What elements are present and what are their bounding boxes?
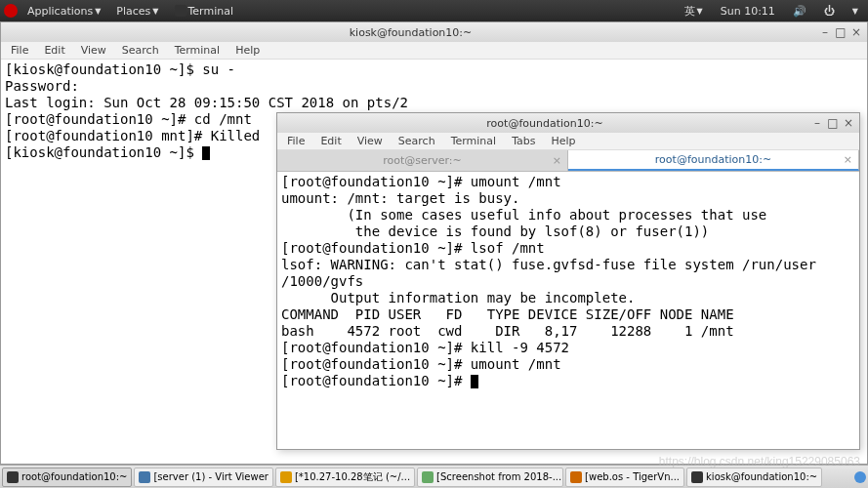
- virtviewer-icon: [139, 471, 150, 483]
- fg-terminal-body[interactable]: [root@foundation10 ~]# umount /mnt umoun…: [277, 172, 859, 449]
- fg-titlebar[interactable]: root@foundation10:~ – □ ×: [277, 113, 859, 133]
- terminal-label: Terminal: [188, 5, 234, 18]
- top-right-status: 英 ▼ Sun 10:11 🔊 ⏻ ▼: [679, 2, 864, 20]
- task-label: [web.os - TigerVn...: [585, 471, 680, 482]
- bg-menubar: File Edit View Search Terminal Help: [1, 42, 867, 60]
- chevron-down-icon: ▼: [95, 7, 101, 16]
- vnc-icon: [570, 471, 582, 483]
- task-label: kiosk@foundation10:~: [706, 471, 817, 482]
- applications-label: Applications: [27, 5, 93, 18]
- top-left-menus: Applications ▼ Places ▼ Terminal: [4, 3, 239, 20]
- menu-edit[interactable]: Edit: [38, 43, 70, 58]
- maximize-button[interactable]: □: [834, 25, 847, 39]
- tab-server[interactable]: root@server:~×: [277, 150, 568, 171]
- user-menu-caret[interactable]: ▼: [847, 5, 864, 18]
- menu-edit[interactable]: Edit: [314, 134, 347, 148]
- close-icon[interactable]: ×: [553, 154, 561, 167]
- task-label: [*10.27-10.28笔记 (~/...: [295, 470, 410, 484]
- tab-label: root@foundation10:~: [655, 153, 771, 166]
- chevron-down-icon: ▼: [852, 7, 858, 16]
- minimize-button[interactable]: –: [810, 116, 824, 130]
- bg-titlebar[interactable]: kiosk@foundation10:~ – □ ×: [1, 22, 867, 42]
- tab-label: root@server:~: [383, 154, 462, 167]
- task-label: root@foundation10:~: [21, 471, 127, 482]
- task-item-screenshot[interactable]: [Screenshot from 2018-...: [417, 468, 563, 487]
- terminal-icon: [691, 471, 703, 483]
- image-icon: [422, 471, 434, 483]
- menu-help[interactable]: Help: [546, 134, 582, 148]
- close-button[interactable]: ×: [849, 25, 863, 39]
- menu-view[interactable]: View: [75, 43, 112, 58]
- tab-foundation10[interactable]: root@foundation10:~×: [568, 150, 859, 171]
- menu-file[interactable]: File: [281, 134, 310, 148]
- terminal-icon: [7, 471, 19, 483]
- cursor-icon: [202, 146, 210, 160]
- gnome-top-panel: Applications ▼ Places ▼ Terminal 英 ▼ Sun…: [0, 0, 868, 21]
- maximize-button[interactable]: □: [826, 116, 840, 130]
- clock[interactable]: Sun 10:11: [715, 3, 781, 20]
- menu-terminal[interactable]: Terminal: [169, 43, 227, 58]
- places-label: Places: [116, 5, 150, 18]
- fg-menubar: File Edit View Search Terminal Tabs Help: [277, 133, 859, 150]
- menu-file[interactable]: File: [5, 43, 34, 58]
- bg-title: kiosk@foundation10:~: [5, 26, 816, 39]
- applications-menu[interactable]: Applications ▼: [21, 3, 106, 20]
- fg-title: root@foundation10:~: [281, 117, 808, 130]
- close-button[interactable]: ×: [842, 116, 855, 130]
- menu-search[interactable]: Search: [393, 134, 441, 148]
- close-icon[interactable]: ×: [844, 153, 852, 166]
- top-terminal-item[interactable]: Terminal: [169, 3, 240, 20]
- task-item-notes[interactable]: [*10.27-10.28笔记 (~/...: [275, 468, 415, 487]
- menu-view[interactable]: View: [351, 134, 389, 148]
- fg-terminal-window[interactable]: root@foundation10:~ – □ × File Edit View…: [276, 112, 860, 450]
- workspace-switcher[interactable]: [854, 471, 866, 483]
- minimize-button[interactable]: –: [818, 25, 832, 39]
- task-label: [server (1) - Virt Viewer: [153, 471, 268, 482]
- fg-tabbar: root@server:~× root@foundation10:~×: [277, 150, 859, 172]
- fg-terminal-text: [root@foundation10 ~]# umount /mnt umoun…: [281, 174, 816, 388]
- document-icon: [280, 471, 292, 483]
- chevron-down-icon: ▼: [697, 7, 703, 16]
- cursor-icon: [471, 375, 478, 388]
- terminal-icon: [175, 5, 186, 17]
- gnome-bottom-panel: root@foundation10:~ [server (1) - Virt V…: [0, 465, 868, 488]
- task-item-terminal2[interactable]: kiosk@foundation10:~: [686, 468, 822, 487]
- menu-tabs[interactable]: Tabs: [506, 134, 541, 148]
- task-item-virtviewer[interactable]: [server (1) - Virt Viewer: [134, 468, 272, 487]
- menu-help[interactable]: Help: [229, 43, 266, 58]
- task-label: [Screenshot from 2018-...: [436, 471, 561, 482]
- volume-icon[interactable]: 🔊: [787, 3, 812, 20]
- ime-indicator[interactable]: 英 ▼: [679, 2, 709, 20]
- menu-terminal[interactable]: Terminal: [445, 134, 503, 148]
- menu-search[interactable]: Search: [116, 43, 165, 58]
- ime-label: 英: [684, 4, 695, 19]
- places-menu[interactable]: Places ▼: [110, 3, 164, 20]
- task-item-terminal1[interactable]: root@foundation10:~: [2, 468, 132, 487]
- task-item-tigervnc[interactable]: [web.os - TigerVn...: [565, 468, 684, 487]
- chevron-down-icon: ▼: [152, 7, 158, 16]
- power-icon[interactable]: ⏻: [818, 3, 841, 20]
- redhat-icon: [4, 4, 18, 18]
